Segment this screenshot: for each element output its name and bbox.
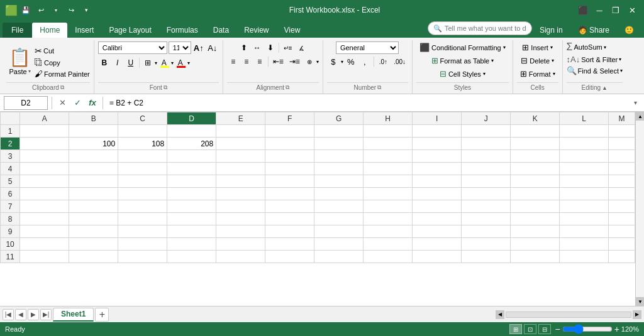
decrease-font-button[interactable]: A↓ <box>206 41 219 54</box>
cell-reference-box[interactable] <box>4 96 48 110</box>
format-arrow[interactable]: ▾ <box>553 71 555 77</box>
increase-font-button[interactable]: A↑ <box>192 41 205 54</box>
insert-function-button[interactable]: fx <box>86 97 99 109</box>
align-bottom-button[interactable]: ⬇ <box>264 41 277 54</box>
col-header-E[interactable]: E <box>216 112 265 125</box>
format-painter-button[interactable]: 🖌 Format Painter <box>35 69 90 79</box>
cell-L1[interactable] <box>560 125 609 138</box>
font-color-button[interactable]: A <box>174 57 187 69</box>
cell-B3[interactable] <box>69 150 118 163</box>
col-header-C[interactable]: C <box>118 112 167 125</box>
scroll-left-button[interactable]: ◀ <box>496 310 504 319</box>
arrow3[interactable]: ▾ <box>187 60 190 66</box>
cancel-formula-button[interactable]: ✕ <box>56 97 69 109</box>
cell-E1[interactable] <box>216 125 265 138</box>
tell-me-search[interactable]: 🔍 <box>428 21 532 35</box>
ribbon-collapse-button[interactable]: ⬛ <box>576 3 590 17</box>
formula-input[interactable] <box>107 96 628 110</box>
tab-view[interactable]: View <box>277 23 308 38</box>
tab-home[interactable]: Home <box>32 23 67 38</box>
cell-I2[interactable] <box>413 138 462 150</box>
cell-K1[interactable] <box>511 125 560 138</box>
cell-M3[interactable] <box>609 150 635 163</box>
cut-button[interactable]: ✂ Cut <box>35 46 90 56</box>
insert-arrow[interactable]: ▾ <box>550 45 553 50</box>
paste-button[interactable]: 📋 Paste ▾ <box>6 46 33 77</box>
col-header-G[interactable]: G <box>314 112 364 125</box>
save-button[interactable]: 💾 <box>19 3 33 17</box>
align-top-button[interactable]: ⬆ <box>238 41 250 54</box>
cell-G1[interactable] <box>314 125 364 138</box>
comma-button[interactable]: , <box>358 55 371 68</box>
normal-view-button[interactable]: ⊞ <box>509 324 522 334</box>
find-select-button[interactable]: 🔍 Find & Select ▾ <box>567 66 623 75</box>
sheet-nav-last[interactable]: ▶| <box>40 309 52 320</box>
sheet-nav-prev[interactable]: ◀ <box>15 309 26 320</box>
col-header-B[interactable]: B <box>69 112 118 125</box>
ft-arrow[interactable]: ▾ <box>491 58 494 63</box>
cell-I3[interactable] <box>413 150 462 163</box>
arrow6[interactable]: ▾ <box>341 59 343 65</box>
scroll-down-button[interactable]: ▼ <box>636 297 644 306</box>
cell-J2[interactable] <box>462 138 511 150</box>
tab-review[interactable]: Review <box>236 23 276 38</box>
redo-button[interactable]: ↪ <box>64 3 78 17</box>
find-arrow[interactable]: ▾ <box>620 68 623 73</box>
decrease-indent-button[interactable]: ⇤≡ <box>270 55 286 68</box>
cell-H2[interactable] <box>364 138 413 150</box>
editing-collapse[interactable]: ▲ <box>602 85 608 91</box>
alignment-expand[interactable]: ⧉ <box>286 84 289 91</box>
align-left-button[interactable]: ≡ <box>227 55 240 68</box>
add-sheet-button[interactable]: + <box>95 308 109 322</box>
cell-H1[interactable] <box>364 125 413 138</box>
horizontal-scrollbar-track[interactable] <box>506 312 631 318</box>
conditional-formatting-button[interactable]: ⬛ Conditional Formatting ▾ <box>416 41 509 53</box>
signin-button[interactable]: Sign in <box>532 23 570 38</box>
underline-button[interactable]: U <box>125 57 137 69</box>
formula-expand-button[interactable]: ▾ <box>630 98 640 108</box>
italic-button[interactable]: I <box>111 57 124 69</box>
cell-M1[interactable] <box>609 125 635 138</box>
cell-G3[interactable] <box>314 150 364 163</box>
col-header-L[interactable]: L <box>560 112 609 125</box>
arrow4[interactable]: ▾ <box>316 59 319 65</box>
merge-center-button[interactable]: ⊕ <box>303 55 316 68</box>
col-header-H[interactable]: H <box>364 112 413 125</box>
cell-L2[interactable] <box>560 138 609 150</box>
cell-C2[interactable]: 108 <box>118 138 167 150</box>
number-format-select[interactable]: General <box>336 41 399 54</box>
search-input[interactable] <box>445 24 526 32</box>
format-as-table-button[interactable]: ⊞ Format as Table ▾ <box>428 55 497 67</box>
cell-E2[interactable] <box>216 138 265 150</box>
font-size-select[interactable]: 11 <box>169 41 191 54</box>
format-cells-button[interactable]: ⊞ Format ▾ <box>517 68 558 80</box>
sheet-tab-sheet1[interactable]: Sheet1 <box>53 308 94 322</box>
delete-cells-button[interactable]: ⊟ Delete ▾ <box>518 55 557 67</box>
restore-button[interactable]: ❐ <box>609 3 623 17</box>
tab-data[interactable]: Data <box>206 23 236 38</box>
col-header-A[interactable]: A <box>20 112 69 125</box>
customize-qa[interactable]: ▾ <box>79 3 93 17</box>
col-header-F[interactable]: F <box>265 112 314 125</box>
align-right-button[interactable]: ≡ <box>253 55 266 68</box>
font-expand[interactable]: ⧉ <box>164 84 167 91</box>
copy-button[interactable]: ⿻ Copy <box>35 58 90 67</box>
zoom-slider[interactable] <box>562 324 613 334</box>
cell-L3[interactable] <box>560 150 609 163</box>
zoom-out-button[interactable]: − <box>555 324 560 334</box>
cell-J3[interactable] <box>462 150 511 163</box>
delete-arrow[interactable]: ▾ <box>552 58 554 63</box>
scroll-up-button[interactable]: ▲ <box>636 112 644 121</box>
sort-arrow[interactable]: ▾ <box>619 57 621 62</box>
cell-G2[interactable] <box>314 138 364 150</box>
tab-file[interactable]: File <box>3 23 32 38</box>
spreadsheet-scroll[interactable]: A B C D E F G H I J K L M <box>0 112 635 306</box>
sheet-nav-next[interactable]: ▶ <box>28 309 39 320</box>
autosum-button[interactable]: Σ AutoSum ▾ <box>567 41 606 53</box>
scroll-right-button[interactable]: ▶ <box>633 310 641 319</box>
cell-A2[interactable] <box>20 138 69 150</box>
cell-M2[interactable] <box>609 138 635 150</box>
cell-F2[interactable] <box>265 138 314 150</box>
cell-D3[interactable] <box>167 150 216 163</box>
cell-C3[interactable] <box>118 150 167 163</box>
